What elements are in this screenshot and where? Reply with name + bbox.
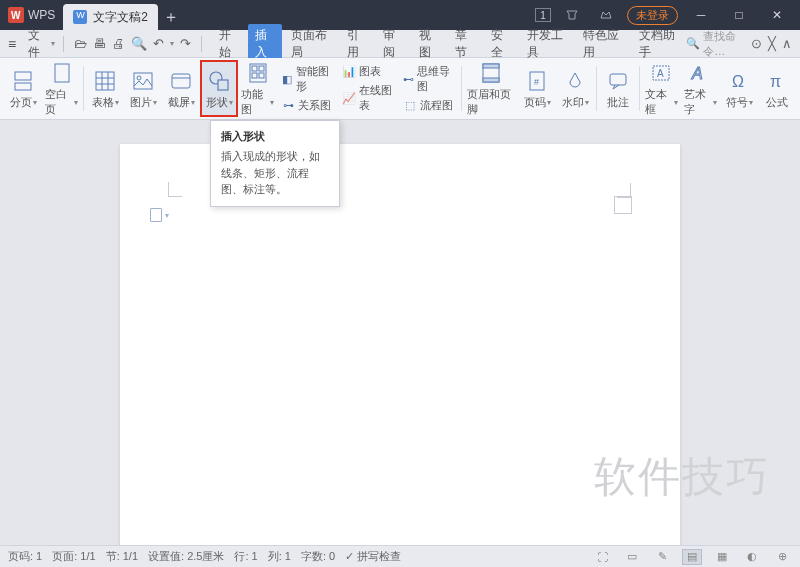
svg-rect-20 [259,73,264,78]
svg-rect-4 [55,64,69,82]
app-name: WPS [28,8,55,22]
watermark-icon [562,68,588,94]
screenshot-icon [168,68,194,94]
close-button[interactable]: ✕ [762,0,792,30]
symbol-icon: Ω [726,68,752,94]
flowchart-button[interactable]: ⬚流程图 [401,97,458,114]
svg-rect-22 [483,64,499,68]
svg-rect-5 [96,72,114,90]
chart-button[interactable]: 📊图表 [340,63,397,80]
picture-button[interactable]: 图片▾ [124,60,162,117]
fullscreen-icon[interactable]: ⛶ [592,549,612,565]
page-marker-icon [150,208,162,222]
relation-icon: ⊶ [281,99,295,113]
chart-icon: 📊 [342,65,356,79]
svg-rect-3 [15,83,31,90]
hamburger-menu[interactable]: ≡ [0,36,24,52]
svg-text:Ω: Ω [732,73,744,90]
print-layout-icon[interactable]: ▤ [682,549,702,565]
doc-icon [73,10,87,24]
relation-button[interactable]: ⊶关系图 [279,97,336,114]
document-tab-label: 文字文稿2 [93,9,148,26]
zoom-icon[interactable]: ⊕ [772,549,792,565]
table-icon [92,68,118,94]
status-col[interactable]: 列: 1 [268,549,291,564]
web-layout-icon[interactable]: ▦ [712,549,732,565]
status-chars[interactable]: 字数: 0 [301,549,335,564]
undo-dd[interactable]: ▾ [170,39,174,48]
flowchart-icon: ⬚ [403,99,417,113]
margin-corner-tr [614,196,632,214]
outline-view-icon[interactable]: ✎ [652,549,672,565]
menu-bar: ≡ 文件▾ 🗁 🖶 🖨 🔍 ↶ ▾ ↷ 开始 插入 页面布局 引用 审阅 视图 … [0,30,800,58]
save-icon[interactable]: 🖶 [93,36,106,51]
comment-button[interactable]: 批注 [599,60,637,117]
blank-page-button[interactable]: 空白页▾ [42,60,81,117]
status-line[interactable]: 行: 1 [234,549,257,564]
status-pageno[interactable]: 页码: 1 [8,549,42,564]
ribbon-toggle-icon[interactable]: ∧ [782,36,792,51]
svg-rect-18 [259,66,264,71]
file-menu[interactable]: 文件▾ [24,27,59,61]
comment-icon [605,68,631,94]
document-tab[interactable]: 文字文稿2 [63,4,158,30]
page-number-button[interactable]: # 页码▾ [518,60,556,117]
document-area[interactable]: ▾ 软件技巧 [0,120,800,545]
smartart-button[interactable]: 功能图▾ [238,60,277,117]
screenshot-button[interactable]: 截屏▾ [162,60,200,117]
new-tab-button[interactable]: ＋ [158,4,184,30]
minimize-button[interactable]: ─ [686,0,716,30]
watermark-button[interactable]: 水印▾ [556,60,594,117]
notification-icon[interactable]: ⊙ [751,36,762,51]
page-break-button[interactable]: 分页▾ [4,60,42,117]
textbox-button[interactable]: A 文本框▾ [642,60,681,117]
smart-graphic-button[interactable]: ◧智能图形 [279,63,336,95]
table-button[interactable]: 表格▾ [86,60,124,117]
mindmap-button[interactable]: ⊷思维导图 [401,63,458,95]
app-logo: W WPS [0,0,63,30]
svg-rect-10 [134,73,152,89]
watermark-text: 软件技巧 [594,449,770,505]
wordart-button[interactable]: A 艺术字▾ [681,60,720,117]
svg-point-11 [137,76,141,80]
status-page[interactable]: 页面: 1/1 [52,549,95,564]
svg-rect-23 [483,78,499,82]
status-setting[interactable]: 设置值: 2.5厘米 [148,549,224,564]
margin-corner-tl [168,196,186,214]
shapes-button[interactable]: 形状▾ [200,60,238,117]
smartart-icon [245,60,271,86]
command-search[interactable]: 🔍 查找命令… [686,29,745,59]
login-button[interactable]: 未登录 [627,6,678,25]
equation-button[interactable]: π 公式 [758,60,796,117]
blank-page-icon [49,60,75,86]
status-section[interactable]: 节: 1/1 [106,549,138,564]
eye-protect-icon[interactable]: ◐ [742,549,762,565]
page-marker[interactable]: ▾ [150,208,169,222]
preview-icon[interactable]: 🔍 [131,36,147,51]
tooltip-title: 插入形状 [221,129,329,144]
online-chart-icon: 📈 [342,91,356,105]
redo-icon[interactable]: ↷ [180,36,191,51]
equation-icon: π [764,68,790,94]
svg-rect-26 [610,74,626,85]
shapes-tooltip: 插入形状 插入现成的形状，如线条、矩形、流程图、标注等。 [210,120,340,207]
reading-view-icon[interactable]: ▭ [622,549,642,565]
tooltip-body: 插入现成的形状，如线条、矩形、流程图、标注等。 [221,148,329,198]
collapse-ribbon-icon[interactable]: ╳ [768,36,776,51]
status-spellcheck[interactable]: ✓ 拼写检查 [345,549,401,564]
maximize-button[interactable]: □ [724,0,754,30]
window-badge[interactable]: 1 [535,8,551,22]
symbol-button[interactable]: Ω 符号▾ [720,60,758,117]
page-break-icon [10,68,36,94]
print-icon[interactable]: 🖨 [112,36,125,51]
online-chart-button[interactable]: 📈在线图表 [340,82,397,114]
header-footer-button[interactable]: 页眉和页脚 [464,60,518,117]
mindmap-icon: ⊷ [403,72,415,86]
undo-icon[interactable]: ↶ [153,36,164,51]
svg-rect-2 [15,72,31,80]
svg-rect-17 [252,66,257,71]
open-icon[interactable]: 🗁 [74,36,87,51]
header-footer-icon [478,60,504,86]
picture-icon [130,68,156,94]
svg-rect-12 [172,74,190,88]
